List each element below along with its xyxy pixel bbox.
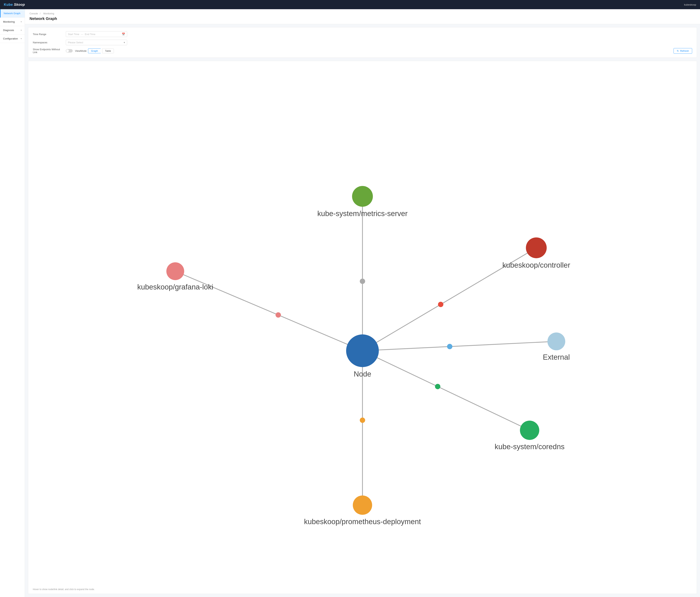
start-time-placeholder: Start Time: [68, 33, 79, 36]
node-circle-external: [547, 332, 565, 350]
time-range-row: Time Range Start Time — End Time 📅: [33, 31, 692, 37]
chevron-down-icon: ▾: [21, 37, 22, 40]
sidebar-item-monitoring[interactable]: Monitoring ▾: [0, 18, 25, 26]
refresh-label: Refresh: [680, 49, 689, 52]
edge-dot-node-external: [447, 344, 452, 349]
node-label-external: External: [543, 353, 570, 361]
sidebar-item-label: Monitoring: [3, 20, 15, 23]
endpoints-toggle[interactable]: [66, 49, 73, 53]
node-circle-node: [346, 334, 379, 367]
node-circle-metrics: [352, 186, 373, 207]
sidebar-item-label: Network Graph: [4, 12, 20, 15]
node-prometheus[interactable]: kubeskoop/prometheus-deployment: [304, 495, 421, 526]
node-label-coredns: kube-system/coredns: [495, 443, 565, 451]
sidebar-item-label: Diagnosis: [3, 29, 14, 32]
viewmode-label: ViewMode: [75, 49, 86, 52]
endpoints-row: Show Endpoints Without Link ViewMode Gra…: [33, 48, 692, 54]
brand-suffix: Skoop: [14, 3, 25, 6]
content-area: Console / Monitoring Network Graph Time …: [25, 9, 700, 597]
page-header: Console / Monitoring Network Graph: [25, 9, 700, 24]
time-range-separator: —: [81, 33, 83, 36]
sidebar-item-diagnosis[interactable]: Diagnosis ▾: [0, 26, 25, 34]
edge-dot-node-prometheus: [360, 418, 365, 423]
user-info: kubeskoop: [684, 3, 696, 6]
end-time-placeholder: End Time: [85, 33, 95, 36]
chevron-down-icon: ▾: [124, 41, 125, 44]
time-range-input[interactable]: Start Time — End Time 📅: [66, 31, 127, 37]
page-title: Network Graph: [29, 17, 695, 21]
main-layout: Network Graph Monitoring ▾ Diagnosis ▾ C…: [0, 9, 700, 597]
node-controller[interactable]: kubeskoop/controller: [502, 237, 570, 269]
edge-node-external: [362, 341, 556, 351]
node-external[interactable]: External: [543, 332, 570, 361]
namespace-placeholder: Please Select: [68, 41, 83, 44]
edge-node-coredns: [362, 351, 530, 431]
edge-dot-node-metrics: [360, 279, 365, 284]
endpoints-label: Show Endpoints Without Link: [33, 48, 64, 54]
node-grafana[interactable]: kubeskoop/grafana-loki: [137, 262, 213, 291]
nodes-group[interactable]: Nodekube-system/metrics-serverkubeskoop/…: [137, 186, 570, 526]
chevron-down-icon: ▾: [21, 21, 22, 23]
sidebar-item-network-graph[interactable]: Network Graph: [0, 9, 25, 18]
node-label-node: Node: [354, 370, 371, 378]
time-range-label: Time Range: [33, 33, 64, 36]
sidebar-item-label: Configuration: [3, 37, 18, 40]
edge-dot-node-grafana: [276, 312, 281, 318]
table-view-button[interactable]: Table: [102, 49, 114, 53]
sidebar-item-configuration[interactable]: Configuration ▾: [0, 34, 25, 43]
node-label-prometheus: kubeskoop/prometheus-deployment: [304, 517, 421, 526]
node-label-controller: kubeskoop/controller: [502, 261, 570, 269]
node-label-metrics: kube-system/metrics-server: [317, 209, 408, 217]
graph-hint: Hover to show node/link detail, and clic…: [33, 588, 95, 591]
graph-area: Nodekube-system/metrics-serverkubeskoop/…: [28, 61, 697, 594]
breadcrumb-separator: /: [40, 12, 40, 15]
node-circle-grafana: [166, 262, 184, 280]
node-metrics[interactable]: kube-system/metrics-server: [317, 186, 408, 217]
edge-dot-node-controller: [438, 302, 443, 307]
graph-view-button[interactable]: Graph: [88, 49, 100, 53]
namespaces-row: Namespaces Please Select ▾: [33, 40, 692, 45]
refresh-button[interactable]: ↻ Refresh: [674, 48, 692, 54]
calendar-icon[interactable]: 📅: [122, 33, 125, 36]
node-circle-coredns: [520, 421, 539, 440]
refresh-icon: ↻: [677, 49, 679, 52]
node-circle-controller: [526, 237, 547, 258]
breadcrumb: Console / Monitoring: [29, 12, 695, 15]
node-coredns[interactable]: kube-system/coredns: [495, 421, 565, 451]
chevron-down-icon: ▾: [21, 29, 22, 31]
brand-logo: Kube Skoop: [4, 3, 25, 7]
edge-dot-node-coredns: [435, 384, 440, 389]
node-node[interactable]: Node: [346, 334, 379, 378]
filter-panel: Time Range Start Time — End Time 📅 Names…: [28, 27, 697, 58]
sidebar: Network Graph Monitoring ▾ Diagnosis ▾ C…: [0, 9, 25, 597]
network-graph-svg: Nodekube-system/metrics-serverkubeskoop/…: [28, 61, 697, 594]
navbar: Kube Skoop kubeskoop: [0, 0, 700, 9]
node-label-grafana: kubeskoop/grafana-loki: [137, 283, 213, 291]
node-circle-prometheus: [353, 495, 372, 515]
breadcrumb-console[interactable]: Console: [29, 12, 38, 15]
namespaces-label: Namespaces: [33, 41, 64, 44]
brand-prefix: Kube: [4, 3, 14, 6]
breadcrumb-monitoring: Monitoring: [43, 12, 54, 15]
namespace-select[interactable]: Please Select ▾: [66, 40, 127, 45]
viewmode-group: ViewMode Graph Table: [75, 49, 114, 53]
